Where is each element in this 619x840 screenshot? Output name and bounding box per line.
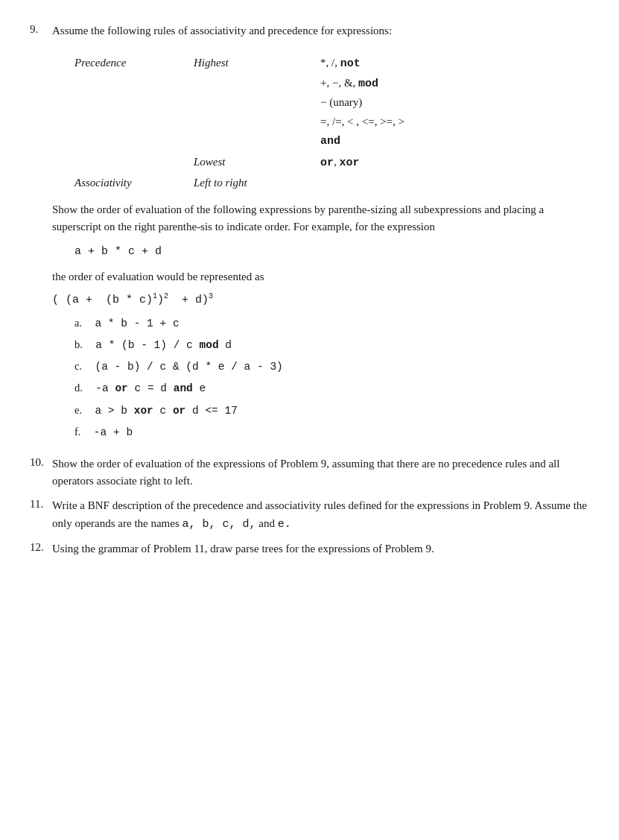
empty-cell-1 <box>74 152 194 174</box>
op-row-5: and <box>320 131 589 151</box>
op-row-2: +, −, &, mod <box>320 74 589 94</box>
lowest-label: Lowest <box>194 152 320 174</box>
highest-label: Highest <box>194 53 320 152</box>
sub-item-d: d. -a or c = d and e <box>74 379 589 397</box>
sub-item-f: f. -a + b <box>74 423 589 441</box>
example-result: ( (a + (b * c)1)2 + d)3 <box>52 291 589 309</box>
problem-10-content: Show the order of evaluation of the expr… <box>52 455 589 490</box>
sub-item-c: c. (a - b) / c & (d * e / a - 3) <box>74 358 589 376</box>
sub-item-a: a. a * b - 1 + c <box>74 315 589 332</box>
problem-9: 9. Assume the following rules of associa… <box>30 22 589 445</box>
problem-11-content: Write a BNF description of the precedenc… <box>52 497 589 533</box>
precedence-table: Precedence Highest *, /, not +, −, &, mo… <box>74 53 589 194</box>
op-row-4: =, /=, < , <=, >=, > <box>320 113 589 132</box>
op-row-3: − (unary) <box>320 93 589 113</box>
problem-10-number: 10. <box>30 455 52 469</box>
problem-12-number: 12. <box>30 540 52 554</box>
problem-12-content: Using the grammar of Problem 11, draw pa… <box>52 540 589 558</box>
op-lowest: or, xor <box>320 152 589 174</box>
problem-11: 11. Write a BNF description of the prece… <box>30 497 589 533</box>
associativity-label: Associativity <box>74 173 194 194</box>
sub-item-e: e. a > b xor c or d <= 17 <box>74 402 589 420</box>
precedence-label: Precedence <box>74 53 194 152</box>
left-to-right-label: Left to right <box>194 173 320 194</box>
example-expression: a + b * c + d <box>74 243 589 261</box>
problem-10: 10. Show the order of evaluation of the … <box>30 455 589 490</box>
problem-9-intro: Assume the following rules of associativ… <box>52 22 589 40</box>
problem-9-content: Assume the following rules of associativ… <box>52 22 589 445</box>
problem-9-number: 9. <box>30 22 52 36</box>
empty-cell-3 <box>320 173 589 194</box>
operators-col: *, /, not +, −, &, mod − (unary) =, /=, … <box>320 53 589 152</box>
sub-item-b: b. a * (b - 1) / c mod d <box>74 336 589 354</box>
sub-items-list: a. a * b - 1 + c b. a * (b - 1) / c mod … <box>74 315 589 441</box>
problem-11-number: 11. <box>30 497 52 511</box>
example-text: the order of evaluation would be represe… <box>52 268 589 285</box>
problem-12: 12. Using the grammar of Problem 11, dra… <box>30 540 589 558</box>
op-row-1: *, /, not <box>320 54 589 74</box>
problem-9-body: Show the order of evaluation of the foll… <box>52 201 589 236</box>
